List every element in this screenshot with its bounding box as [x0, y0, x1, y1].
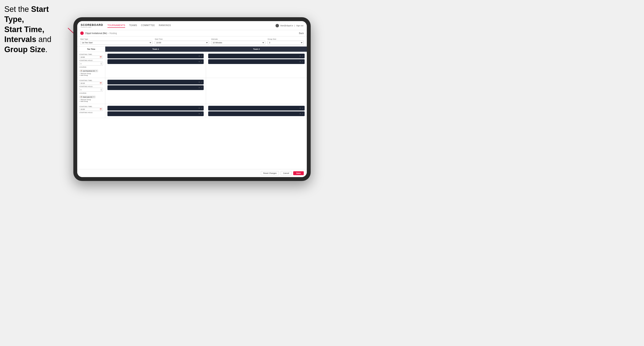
stepper-arrows-2: ▲ ▼	[100, 88, 102, 91]
save-button[interactable]: Save	[293, 171, 304, 175]
start-time-label: Start Time	[155, 38, 209, 40]
player-slot-1-2[interactable]: ✕⤢	[108, 59, 204, 64]
starting-hole-stepper-1[interactable]: 1 ▲ ▼	[80, 62, 103, 65]
course-icon-2: 🏌	[80, 96, 82, 98]
clock-icon-2: ⏰	[100, 82, 102, 84]
course-label-1: COURSE:	[80, 66, 103, 68]
breadcrumb-bar: Clippd Invitational (Me) › Hosting Back	[77, 30, 307, 36]
intervals-select[interactable]: 10 Minutes	[211, 41, 266, 45]
course-actions-1: ○ Remove Group + Add Group	[80, 73, 103, 76]
start-type-select[interactable]: 1st Tee Start	[80, 41, 152, 45]
slot-expand-icon-9[interactable]: ⤢	[302, 107, 303, 109]
starting-time-label-1: STARTING TIME:	[80, 54, 103, 55]
course-remove-1[interactable]: ✕	[96, 70, 97, 72]
course-icon-1: 🏌	[80, 70, 82, 72]
logo-sub: Powered by clippd	[81, 26, 103, 28]
brand-logo-icon	[80, 31, 84, 35]
back-button[interactable]: Back	[299, 32, 304, 34]
tee-group-3: STARTING TIME: 10:20 ⏰ STARTING HOLE: ✕⤢…	[77, 104, 307, 118]
nav-tab-tournaments[interactable]: TOURNAMENTS	[108, 23, 125, 28]
slot-x-icon-10[interactable]: ✕	[300, 113, 301, 115]
remove-group-2[interactable]: ○ Remove Group	[80, 99, 103, 100]
slot-expand-icon-5[interactable]: ⤢	[201, 81, 202, 83]
slot-x-icon-4[interactable]: ✕	[300, 61, 301, 63]
slot-x-icon-9[interactable]: ✕	[300, 107, 301, 109]
slot-x-icon-6[interactable]: ✕	[198, 87, 200, 89]
player-slot-1-1[interactable]: ✕⤢	[108, 54, 204, 58]
starting-time-input-3[interactable]: 10:20 ⏰	[80, 108, 103, 111]
course-remove-2[interactable]: ✕	[93, 96, 94, 98]
tablet-device: SCOREBOARD Powered by clippd TOURNAMENTS…	[73, 17, 311, 181]
starting-time-label-3: STARTING TIME:	[80, 106, 103, 107]
bold-start-type: Start Type,Start Time,Intervals	[4, 5, 49, 44]
slot-x-icon-3[interactable]: ✕	[300, 55, 301, 57]
course-label-2: COURSE:	[80, 92, 103, 94]
player-slot-2-1[interactable]: ✕⤢	[208, 54, 305, 58]
start-time-select[interactable]: 10:00	[155, 41, 209, 45]
breadcrumb-tournament[interactable]: Clippd Invitational (Me)	[85, 32, 107, 34]
group-size-select[interactable]: 3	[268, 41, 304, 45]
user-email: blair@clippd.io	[280, 24, 293, 27]
tee-group-1: STARTING TIME: 10:00 ⏰ STARTING HOLE: 1 …	[77, 52, 307, 78]
course-name-1: (A) Peachtree GC	[83, 70, 95, 72]
player-slot-3-2[interactable]: ✕⤢	[108, 85, 204, 90]
sign-out-link[interactable]: Sign out	[296, 24, 303, 27]
setting-group-start-time: Start Time 10:00	[155, 38, 209, 45]
th-team1: Team 1	[105, 46, 206, 52]
slot-expand-icon-7[interactable]: ⤢	[201, 107, 202, 109]
add-group-2[interactable]: + Add Group	[80, 101, 103, 102]
slot-expand-icon-8[interactable]: ⤢	[201, 113, 202, 115]
th-team2: Team 2	[206, 46, 307, 52]
tee-left-2: STARTING TIME: 10:10 ⏰ STARTING HOLE: 1 …	[77, 78, 105, 104]
intervals-label: Intervals	[211, 38, 266, 40]
starting-time-input-1[interactable]: 10:00 ⏰	[80, 56, 103, 59]
slot-expand-icon[interactable]: ⤢	[201, 55, 202, 57]
slot-expand-icon-3[interactable]: ⤢	[302, 55, 303, 57]
slot-expand-icon-10[interactable]: ⤢	[302, 113, 303, 115]
player-slot-2-2[interactable]: ✕⤢	[208, 59, 305, 64]
slot-x-icon[interactable]: ✕	[198, 55, 200, 57]
slot-x-icon-8[interactable]: ✕	[198, 113, 200, 115]
course-name-2: East Lake GC	[83, 96, 92, 98]
starting-hole-label-3: STARTING HOLE:	[80, 112, 103, 113]
slot-expand-icon-6[interactable]: ⤢	[201, 87, 202, 89]
bold-group-size: Group Size	[4, 45, 45, 54]
team1-cell-1: ✕⤢ ✕⤢	[105, 52, 206, 78]
remove-group-1[interactable]: ○ Remove Group	[80, 73, 103, 74]
player-slot-5-2[interactable]: ✕⤢	[208, 111, 305, 116]
add-group-1[interactable]: + Add Group	[80, 75, 103, 76]
team1-cell-2: ✕⤢ ✕⤢	[105, 78, 206, 104]
player-slot-5-1[interactable]: ✕⤢	[208, 106, 305, 111]
logo-text: SCOREBOARD	[81, 23, 103, 26]
nav-user: blair@clippd.io | Sign out	[276, 24, 303, 27]
setting-group-group-size: Group Size 3	[268, 38, 304, 45]
starting-hole-stepper-2[interactable]: 1 ▲ ▼	[80, 88, 103, 92]
start-type-label: Start Type	[80, 38, 152, 40]
team1-cell-3: ✕⤢ ✕⤢	[105, 104, 206, 118]
clock-icon-3: ⏰	[100, 108, 102, 110]
slot-x-icon-2[interactable]: ✕	[198, 61, 200, 63]
reset-changes-button[interactable]: Reset Changes	[261, 171, 279, 175]
slot-expand-icon-2[interactable]: ⤢	[201, 61, 202, 63]
settings-row: Start Type 1st Tee Start Start Time 10:0…	[77, 36, 307, 46]
slot-x-icon-7[interactable]: ✕	[198, 107, 200, 109]
nav-tab-teams[interactable]: TEAMS	[129, 23, 137, 28]
stepper-arrows-1: ▲ ▼	[100, 62, 102, 65]
player-slot-3-1[interactable]: ✕⤢	[108, 80, 204, 84]
tee-group-2: STARTING TIME: 10:10 ⏰ STARTING HOLE: 1 …	[77, 78, 307, 104]
starting-time-input-2[interactable]: 10:10 ⏰	[80, 82, 103, 85]
nav-tab-committee[interactable]: COMMITTEE	[141, 23, 155, 28]
tee-left-3: STARTING TIME: 10:20 ⏰ STARTING HOLE:	[77, 104, 105, 118]
slot-x-icon-5[interactable]: ✕	[198, 81, 200, 83]
starting-hole-label-1: STARTING HOLE:	[80, 60, 103, 61]
starting-time-label-2: STARTING TIME:	[80, 80, 103, 81]
tablet-screen: SCOREBOARD Powered by clippd TOURNAMENTS…	[77, 21, 307, 177]
nav-tab-rankings[interactable]: RANKINGS	[159, 23, 171, 28]
team2-cell-2	[206, 78, 307, 104]
course-actions-2: ○ Remove Group + Add Group	[80, 99, 103, 102]
player-slot-4-1[interactable]: ✕⤢	[108, 106, 204, 111]
cancel-button[interactable]: Cancel	[281, 171, 292, 175]
setting-group-intervals: Intervals 10 Minutes	[211, 38, 266, 45]
slot-expand-icon-4[interactable]: ⤢	[302, 61, 303, 63]
player-slot-4-2[interactable]: ✕⤢	[108, 111, 204, 116]
